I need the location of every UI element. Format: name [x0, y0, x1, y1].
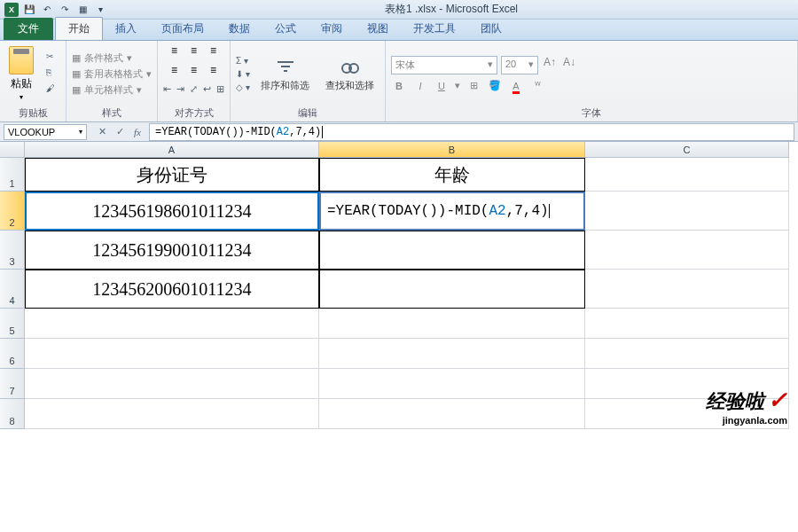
formula-input[interactable]: =YEAR(TODAY())-MID(A2,7,4) — [149, 123, 794, 141]
watermark: 经验啦✓ jingyanla.com — [706, 387, 787, 426]
align-top-right-icon[interactable]: ≡ — [206, 43, 222, 59]
clear-button[interactable]: ◇▾ — [236, 82, 250, 92]
align-center-icon[interactable]: ≡ — [186, 62, 202, 78]
increase-font-icon[interactable]: A↑ — [542, 56, 558, 74]
fx-icon[interactable]: fx — [129, 125, 145, 139]
font-color-icon[interactable]: A — [508, 81, 524, 91]
italic-button[interactable]: I — [412, 81, 428, 91]
row-header-6[interactable]: 6 — [0, 339, 25, 369]
row-header-7[interactable]: 7 — [0, 369, 25, 399]
sort-filter-button[interactable]: 排序和筛选 — [255, 54, 315, 94]
enter-formula-icon[interactable]: ✓ — [112, 125, 128, 139]
row-header-2[interactable]: 2 — [0, 192, 25, 231]
group-clipboard: 粘贴 ▾ ✂ ⎘ 🖌 剪贴板 — [0, 41, 66, 121]
decrease-font-icon[interactable]: A↓ — [561, 56, 577, 74]
cell-b3[interactable] — [319, 231, 585, 270]
column-header-b[interactable]: B — [319, 142, 585, 158]
cell-c4[interactable] — [585, 270, 789, 309]
format-painter-icon[interactable]: 🖌 — [46, 83, 60, 96]
underline-button[interactable]: U — [434, 81, 450, 91]
cell-c5[interactable] — [585, 309, 789, 339]
merge-icon[interactable]: ⊞ — [216, 83, 224, 95]
redo-icon[interactable]: ↷ — [57, 2, 73, 18]
align-right-icon[interactable]: ≡ — [206, 62, 222, 78]
cell-c3[interactable] — [585, 231, 789, 270]
tab-developer[interactable]: 开发工具 — [401, 18, 468, 40]
orientation-icon[interactable]: ⤢ — [190, 83, 198, 95]
tab-layout[interactable]: 页面布局 — [149, 18, 216, 40]
paste-button[interactable]: 粘贴 ▾ — [5, 44, 37, 103]
name-box[interactable]: VLOOKUP ▾ — [4, 124, 87, 140]
bold-button[interactable]: B — [391, 81, 407, 91]
align-top-left-icon[interactable]: ≡ — [167, 43, 183, 59]
cell-b6[interactable] — [319, 339, 585, 369]
ribbon-tabs: 文件 开始 插入 页面布局 数据 公式 审阅 视图 开发工具 团队 — [0, 20, 798, 41]
row-header-3[interactable]: 3 — [0, 231, 25, 270]
qat-dropdown-icon[interactable]: ▾ — [92, 2, 108, 18]
conditional-format-button[interactable]: ▦ 条件格式 ▾ — [72, 51, 152, 65]
paste-icon — [9, 46, 34, 74]
cell-b1[interactable]: 年龄 — [319, 158, 585, 192]
tab-insert[interactable]: 插入 — [103, 18, 149, 40]
chevron-down-icon: ▾ — [127, 52, 132, 64]
cell-c6[interactable] — [585, 339, 789, 369]
chevron-down-icon: ▾ — [146, 68, 152, 80]
cell-c1[interactable] — [585, 158, 789, 192]
cell-b7[interactable] — [319, 369, 585, 399]
column-header-c[interactable]: C — [585, 142, 789, 158]
font-name-select[interactable]: 宋体 ▾ — [391, 56, 497, 74]
copy-icon[interactable]: ⎘ — [46, 67, 60, 80]
tab-home[interactable]: 开始 — [55, 17, 103, 40]
new-icon[interactable]: ▦ — [74, 2, 90, 18]
cell-a3[interactable]: 123456199001011234 — [25, 231, 319, 270]
tab-team[interactable]: 团队 — [468, 18, 514, 40]
font-size-select[interactable]: 20 ▾ — [501, 56, 538, 74]
align-left-icon[interactable]: ≡ — [167, 62, 183, 78]
table-format-button[interactable]: ▦ 套用表格格式 ▾ — [72, 67, 152, 81]
undo-icon[interactable]: ↶ — [39, 2, 55, 18]
wrap-text-icon[interactable]: ↩ — [203, 83, 211, 95]
cell-b5[interactable] — [319, 309, 585, 339]
app-icon[interactable]: X — [4, 2, 20, 18]
cell-b4[interactable] — [319, 270, 585, 309]
cell-b8[interactable] — [319, 399, 585, 429]
tab-data[interactable]: 数据 — [216, 18, 262, 40]
autosum-button[interactable]: Σ▾ — [236, 56, 250, 66]
cell-a7[interactable] — [25, 369, 319, 399]
cell-a2[interactable]: 123456198601011234 — [25, 192, 319, 231]
cell-a6[interactable] — [25, 339, 319, 369]
tab-review[interactable]: 审阅 — [309, 18, 355, 40]
cell-a8[interactable] — [25, 399, 319, 429]
spreadsheet-grid: A B C 1 身份证号 年龄 2 123456198601011234 =YE… — [0, 142, 798, 429]
sort-filter-label: 排序和筛选 — [261, 79, 309, 92]
align-top-center-icon[interactable]: ≡ — [186, 43, 202, 59]
increase-indent-icon[interactable]: ⇥ — [176, 83, 184, 95]
cell-a4[interactable]: 123456200601011234 — [25, 270, 319, 309]
cell-style-button[interactable]: ▦ 单元格样式 ▾ — [72, 83, 152, 97]
row-header-8[interactable]: 8 — [0, 399, 25, 429]
fill-button[interactable]: ⬇▾ — [236, 69, 250, 79]
cancel-formula-icon[interactable]: ✕ — [94, 125, 110, 139]
group-edit: Σ▾ ⬇▾ ◇▾ 排序和筛选 查找和选择 编辑 — [231, 41, 386, 121]
column-header-a[interactable]: A — [25, 142, 319, 158]
tab-formulas[interactable]: 公式 — [262, 18, 309, 40]
phonetic-icon[interactable]: ᵂ — [529, 80, 545, 91]
ribbon: 粘贴 ▾ ✂ ⎘ 🖌 剪贴板 ▦ 条件格式 ▾ ▦ 套用表格格式 — [0, 41, 798, 122]
cell-a1[interactable]: 身份证号 — [25, 158, 319, 192]
select-all-corner[interactable] — [0, 142, 25, 158]
find-select-button[interactable]: 查找和选择 — [320, 54, 379, 94]
save-icon[interactable]: 💾 — [21, 2, 37, 18]
tab-view[interactable]: 视图 — [355, 18, 401, 40]
cut-icon[interactable]: ✂ — [46, 51, 60, 64]
border-icon[interactable]: ⊞ — [466, 80, 481, 91]
row-header-5[interactable]: 5 — [0, 309, 25, 339]
cell-c2[interactable] — [585, 192, 789, 231]
cell-b2[interactable]: =YEAR(TODAY())-MID(A2,7,4) — [319, 192, 585, 231]
cell-a5[interactable] — [25, 309, 319, 339]
font-label: 字体 — [391, 105, 792, 121]
row-header-1[interactable]: 1 — [0, 158, 25, 192]
tab-file[interactable]: 文件 — [4, 18, 53, 40]
decrease-indent-icon[interactable]: ⇤ — [163, 83, 171, 95]
row-header-4[interactable]: 4 — [0, 270, 25, 309]
fill-color-icon[interactable]: 🪣 — [487, 80, 503, 91]
